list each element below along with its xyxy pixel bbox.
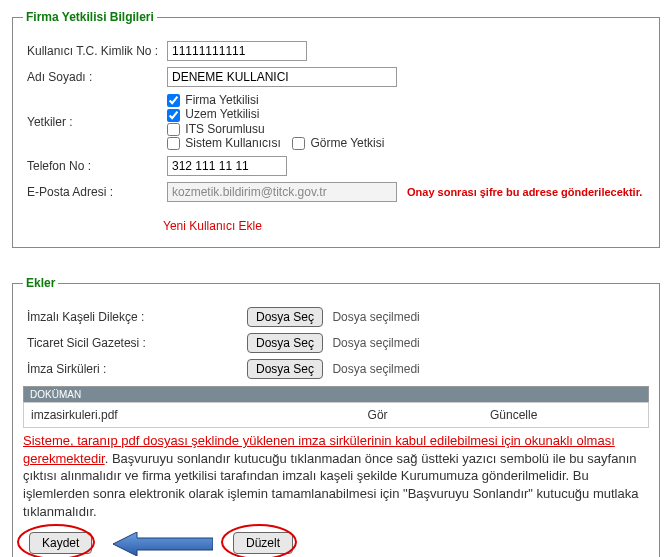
file-status-2: Dosya seçilmedi <box>332 362 419 376</box>
cb-its-label[interactable]: ITS Sorumlusu <box>167 122 265 136</box>
file-label-0: İmzalı Kaşeli Dilekçe : <box>23 304 243 330</box>
duzelt-button[interactable]: Düzelt <box>233 532 293 554</box>
tc-input[interactable] <box>167 41 307 61</box>
file-status-1: Dosya seçilmedi <box>332 336 419 350</box>
button-row: Kaydet Düzelt <box>23 526 649 557</box>
file-row: İmza Sirküleri : Dosya Seç Dosya seçilme… <box>23 356 649 382</box>
ad-label: Adı Soyadı : <box>23 64 163 90</box>
eposta-note: Onay sonrası şifre bu adrese gönderilece… <box>407 186 642 198</box>
file-row: Ticaret Sicil Gazetesi : Dosya Seç Dosya… <box>23 330 649 356</box>
cb-uzem[interactable] <box>167 109 180 122</box>
cb-sistem[interactable] <box>167 137 180 150</box>
cb-firma-label[interactable]: Firma Yetkilisi <box>167 93 259 107</box>
eposta-input <box>167 182 397 202</box>
cb-gorme[interactable] <box>292 137 305 150</box>
file-row: İmzalı Kaşeli Dilekçe : Dosya Seç Dosya … <box>23 304 649 330</box>
tel-label: Telefon No : <box>23 153 163 179</box>
cb-its[interactable] <box>167 123 180 136</box>
ekler-table: İmzalı Kaşeli Dilekçe : Dosya Seç Dosya … <box>23 304 649 382</box>
cb-sistem-label[interactable]: Sistem Kullanıcısı <box>167 136 284 150</box>
yeni-kullanici-ekle-link[interactable]: Yeni Kullanıcı Ekle <box>163 219 262 233</box>
dokuman-filename: imzasirkuleri.pdf <box>30 407 367 423</box>
cb-firma[interactable] <box>167 94 180 107</box>
file-choose-button-1[interactable]: Dosya Seç <box>247 333 323 353</box>
arrow-icon <box>113 532 213 556</box>
cb-uzem-label[interactable]: Uzem Yetkilisi <box>167 107 259 121</box>
ad-input[interactable] <box>167 67 397 87</box>
warning-text: Sisteme, taranıp pdf dosyası şeklinde yü… <box>23 432 649 520</box>
cb-gorme-label[interactable]: Görme Yetkisi <box>292 136 384 150</box>
warning-rest: . Başvuruyu sonlandır kutucuğu tıklanmad… <box>23 451 638 519</box>
file-choose-button-0[interactable]: Dosya Seç <box>247 307 323 327</box>
dokuman-guncelle-link[interactable]: Güncelle <box>490 408 537 422</box>
eposta-label: E-Posta Adresi : <box>23 179 163 205</box>
kaydet-button[interactable]: Kaydet <box>29 532 92 554</box>
yetki-label: Yetkiler : <box>23 90 163 153</box>
dokuman-row: imzasirkuleri.pdf Gör Güncelle <box>23 402 649 428</box>
ekler-legend: Ekler <box>23 276 58 290</box>
file-choose-button-2[interactable]: Dosya Seç <box>247 359 323 379</box>
file-status-0: Dosya seçilmedi <box>332 310 419 324</box>
firma-yetkilisi-fieldset: Firma Yetkilisi Bilgileri Kullanıcı T.C.… <box>12 10 660 248</box>
file-label-1: Ticaret Sicil Gazetesi : <box>23 330 243 356</box>
firma-yetkilisi-legend: Firma Yetkilisi Bilgileri <box>23 10 157 24</box>
tel-input[interactable] <box>167 156 287 176</box>
tc-label: Kullanıcı T.C. Kimlik No : <box>23 38 163 64</box>
dokuman-gor-link[interactable]: Gör <box>368 408 388 422</box>
svg-marker-0 <box>113 532 213 556</box>
ekler-fieldset: Ekler İmzalı Kaşeli Dilekçe : Dosya Seç … <box>12 276 660 557</box>
file-label-2: İmza Sirküleri : <box>23 356 243 382</box>
firma-form-table: Kullanıcı T.C. Kimlik No : Adı Soyadı : … <box>23 38 649 205</box>
dokuman-header: DOKÜMAN <box>23 386 649 402</box>
